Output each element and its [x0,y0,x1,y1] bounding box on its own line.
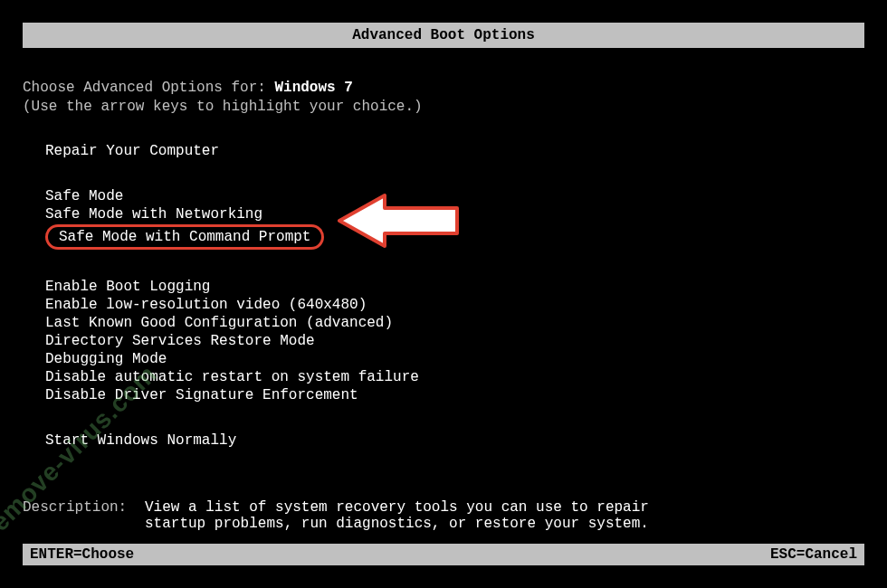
option-disable-driver-sig-enforce[interactable]: Disable Driver Signature Enforcement [45,386,864,404]
option-directory-services-restore[interactable]: Directory Services Restore Mode [45,332,864,350]
description-line-1: View a list of system recovery tools you… [145,499,649,516]
group-advanced: Enable Boot Logging Enable low-resolutio… [23,278,864,404]
os-name: Windows 7 [274,80,352,96]
group-repair: Repair Your Computer [23,142,864,160]
header-prefix: Choose Advanced Options for: [23,80,274,96]
description-line-2: startup problems, run diagnostics, or re… [145,516,649,532]
option-safe-mode-command-prompt[interactable]: Safe Mode with Command Prompt [45,223,864,251]
option-enable-boot-logging[interactable]: Enable Boot Logging [45,278,864,296]
header-line-2: (Use the arrow keys to highlight your ch… [23,99,864,115]
option-last-known-good-config[interactable]: Last Known Good Configuration (advanced) [45,314,864,332]
title-text: Advanced Boot Options [352,27,535,43]
description-row: Description: View a list of system recov… [23,499,864,532]
option-start-windows-normally[interactable]: Start Windows Normally [45,432,864,450]
option-repair-your-computer[interactable]: Repair Your Computer [45,142,864,160]
header-line-1: Choose Advanced Options for: Windows 7 [23,80,864,96]
content-area: Choose Advanced Options for: Windows 7 (… [0,48,887,532]
footer-bar: ENTER=Choose ESC=Cancel [23,544,864,565]
footer-enter: ENTER=Choose [30,546,134,563]
description-label: Description: [23,499,145,532]
option-safe-mode-networking[interactable]: Safe Mode with Networking [45,205,864,223]
option-safe-mode[interactable]: Safe Mode [45,187,864,205]
title-bar: Advanced Boot Options [23,23,864,48]
option-disable-auto-restart[interactable]: Disable automatic restart on system fail… [45,368,864,386]
option-debugging-mode[interactable]: Debugging Mode [45,350,864,368]
group-safe-mode: Safe Mode Safe Mode with Networking Safe… [23,187,864,251]
option-enable-low-res-video[interactable]: Enable low-resolution video (640x480) [45,296,864,314]
description-text: View a list of system recovery tools you… [145,499,649,532]
footer-esc: ESC=Cancel [770,546,857,563]
group-normal: Start Windows Normally [23,432,864,450]
option-highlighted-label: Safe Mode with Command Prompt [45,224,324,250]
